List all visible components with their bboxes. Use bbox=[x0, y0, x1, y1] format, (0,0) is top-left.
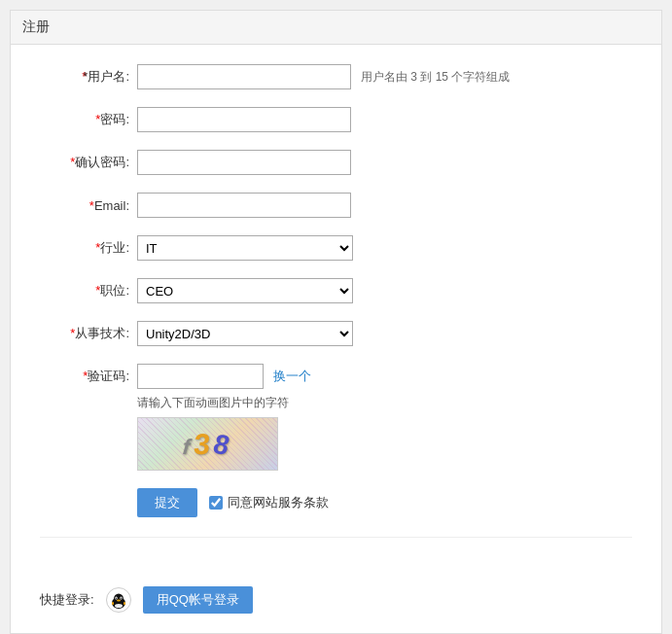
captcha-col: 换一个 请输入下面动画图片中的字符 f38 bbox=[137, 364, 311, 471]
svg-point-6 bbox=[117, 600, 121, 602]
svg-rect-8 bbox=[112, 602, 114, 605]
confirm-password-input[interactable] bbox=[137, 150, 351, 175]
captcha-row: *验证码: 换一个 请输入下面动画图片中的字符 f38 bbox=[40, 364, 632, 471]
submit-button[interactable]: 提交 bbox=[137, 488, 197, 517]
email-row: *Email: bbox=[40, 193, 632, 218]
username-row: **用户名: 用户名由 3 到 15 个字符组成 bbox=[40, 64, 632, 89]
quick-login-row: 快捷登录: 用QQ帐号登录 bbox=[11, 577, 661, 633]
technology-row: *从事技术: Unity2D/3D 前端 后端 移动开发 其他 bbox=[40, 321, 632, 346]
divider bbox=[40, 537, 632, 538]
technology-label: *从事技术: bbox=[40, 325, 137, 342]
captcha-image: f38 bbox=[137, 417, 278, 471]
submit-row: 提交 同意网站服务条款 bbox=[137, 488, 632, 517]
qq-login-label: 用QQ帐号登录 bbox=[157, 591, 239, 609]
captcha-refresh-link[interactable]: 换一个 bbox=[273, 368, 311, 385]
position-select[interactable]: CEO CTO CFO 工程师 设计师 其他 bbox=[137, 278, 353, 303]
username-input[interactable] bbox=[137, 64, 351, 89]
captcha-input[interactable] bbox=[137, 364, 264, 389]
panel-title: 注册 bbox=[22, 18, 50, 34]
password-label: *密码: bbox=[40, 111, 137, 128]
email-label: *Email: bbox=[40, 198, 137, 213]
svg-point-1 bbox=[114, 594, 124, 605]
password-input[interactable] bbox=[137, 107, 351, 132]
technology-select[interactable]: Unity2D/3D 前端 后端 移动开发 其他 bbox=[137, 321, 353, 346]
panel-header: 注册 bbox=[11, 11, 661, 45]
password-row: *密码: bbox=[40, 107, 632, 132]
confirm-password-row: *确认密码: bbox=[40, 150, 632, 175]
agree-row: 同意网站服务条款 bbox=[209, 494, 329, 511]
confirm-password-label: *确认密码: bbox=[40, 154, 137, 171]
captcha-label: *验证码: bbox=[40, 364, 137, 385]
svg-point-5 bbox=[121, 597, 122, 599]
qq-login-button[interactable]: 用QQ帐号登录 bbox=[143, 586, 253, 614]
agree-checkbox[interactable] bbox=[209, 496, 223, 510]
username-label: **用户名: bbox=[40, 68, 137, 86]
page-container: 注册 **用户名: 用户名由 3 到 15 个字符组成 *密码: bbox=[10, 10, 662, 634]
captcha-input-row: 换一个 bbox=[137, 364, 311, 389]
industry-row: *行业: IT 金融 教育 医疗 其他 bbox=[40, 235, 632, 261]
position-row: *职位: CEO CTO CFO 工程师 设计师 其他 bbox=[40, 278, 632, 303]
agree-label: 同意网站服务条款 bbox=[228, 494, 329, 511]
svg-rect-9 bbox=[124, 602, 125, 605]
username-hint: 用户名由 3 到 15 个字符组成 bbox=[361, 69, 510, 86]
panel-body: **用户名: 用户名由 3 到 15 个字符组成 *密码: *确认密码: bbox=[11, 45, 661, 577]
industry-label: *行业: bbox=[40, 239, 137, 257]
svg-point-7 bbox=[115, 604, 123, 608]
industry-select[interactable]: IT 金融 教育 医疗 其他 bbox=[137, 235, 353, 261]
quick-login-label: 快捷登录: bbox=[40, 591, 94, 609]
qq-avatar-icon bbox=[106, 587, 131, 613]
qq-penguin-icon bbox=[108, 589, 129, 611]
captcha-image-text: f38 bbox=[181, 428, 234, 461]
registration-panel: 注册 **用户名: 用户名由 3 到 15 个字符组成 *密码: bbox=[10, 10, 662, 634]
captcha-hint: 请输入下面动画图片中的字符 bbox=[137, 395, 311, 411]
svg-point-4 bbox=[116, 597, 117, 599]
position-label: *职位: bbox=[40, 282, 137, 299]
email-input[interactable] bbox=[137, 193, 351, 218]
